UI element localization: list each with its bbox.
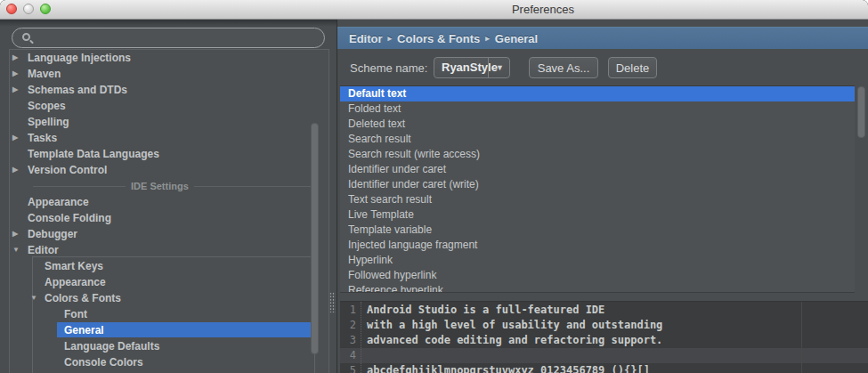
- scheme-value: RyanStyle: [442, 58, 498, 77]
- ide-settings-separator: IDE Settings: [10, 178, 329, 194]
- preview-code-text: with a high level of usability and outst…: [367, 318, 662, 333]
- sidebar-item-spelling[interactable]: Spelling: [10, 114, 329, 130]
- scheme-name-label: Scheme name:: [350, 61, 427, 75]
- expand-arrow-icon[interactable]: ▶: [12, 162, 18, 178]
- tree-item-label: Spelling: [28, 114, 69, 130]
- preview-line: 1Android Studio is a full-featured IDE: [340, 303, 868, 318]
- list-scrollbar-thumb[interactable]: [857, 86, 865, 138]
- tree-item-label: Appearance: [28, 194, 89, 210]
- list-item-text-search-result[interactable]: Text search result: [340, 192, 855, 207]
- list-item-live-template[interactable]: Live Template: [340, 207, 855, 223]
- sidebar-item-maven[interactable]: ▶Maven: [10, 66, 329, 82]
- sidebar-item-editor[interactable]: ▼Editor: [10, 242, 329, 258]
- sidebar-item-appearance[interactable]: Appearance: [10, 274, 329, 290]
- expand-arrow-icon[interactable]: ▶: [12, 226, 18, 242]
- sidebar-item-schemas-and-dtds[interactable]: ▶Schemas and DTDs: [10, 82, 329, 98]
- list-item-identifier-under-caret-write-[interactable]: Identifier under caret (write): [340, 177, 855, 192]
- window-title: Preferences: [512, 0, 574, 19]
- line-number: 3: [340, 333, 361, 348]
- tree-item-label: Colors & Fonts: [45, 290, 121, 306]
- tree-item-label: Scopes: [28, 98, 66, 114]
- preview-code-text: advanced code editing and refactoring su…: [367, 333, 662, 348]
- line-number: 1: [340, 303, 361, 318]
- collapse-arrow-icon[interactable]: ▼: [30, 290, 37, 306]
- list-item-folded-text[interactable]: Folded text: [340, 101, 855, 117]
- zoom-button[interactable]: [40, 4, 51, 14]
- tree-item-label: Appearance: [45, 274, 106, 290]
- expand-arrow-icon[interactable]: ▶: [12, 66, 18, 82]
- preferences-window: Preferences ▶Language Injections▶Maven▶S…: [0, 0, 868, 373]
- list-item-search-result-write-access-[interactable]: Search result (write access): [340, 147, 855, 162]
- search-icon: [22, 33, 30, 41]
- sidebar-item-language-injections[interactable]: ▶Language Injections: [10, 50, 329, 66]
- delete-button[interactable]: Delete: [608, 57, 657, 78]
- sidebar-item-smart-keys[interactable]: Smart Keys: [10, 258, 329, 274]
- close-button[interactable]: [6, 4, 17, 14]
- breadcrumb-separator-icon: ▸: [383, 34, 398, 43]
- expand-arrow-icon[interactable]: ▶: [12, 130, 18, 146]
- breadcrumb: Editor▸Colors & Fonts▸General: [337, 27, 868, 49]
- tree-item-label: Language Injections: [28, 50, 131, 66]
- list-item-identifier-under-caret[interactable]: Identifier under caret: [340, 162, 855, 177]
- search-input[interactable]: [12, 28, 325, 48]
- sidebar-item-version-control[interactable]: ▶Version Control: [10, 162, 329, 178]
- sidebar-item-appearance[interactable]: Appearance: [10, 194, 329, 210]
- settings-sidebar: ▶Language Injections▶Maven▶Schemas and D…: [0, 20, 337, 373]
- sidebar-item-language-defaults[interactable]: Language Defaults: [10, 338, 329, 354]
- list-item-default-text[interactable]: Default text: [340, 86, 855, 101]
- sidebar-item-tasks[interactable]: ▶Tasks: [10, 130, 329, 146]
- tree-item-label: General: [64, 322, 104, 338]
- list-item-deleted-text[interactable]: Deleted text: [340, 117, 855, 132]
- line-number: 2: [340, 318, 361, 333]
- collapse-arrow-icon[interactable]: ▼: [12, 242, 20, 258]
- list-item-injected-language-fragment[interactable]: Injected language fragment: [340, 238, 855, 253]
- main-panel: Editor▸Colors & Fonts▸General Scheme nam…: [337, 20, 868, 373]
- sidebar-item-debugger[interactable]: ▶Debugger: [10, 226, 329, 242]
- expand-arrow-icon[interactable]: ▶: [12, 50, 18, 66]
- tree-item-label: Console Colors: [64, 354, 143, 370]
- preview-line: 2with a high level of usability and outs…: [340, 318, 868, 333]
- sidebar-scrollbar-thumb[interactable]: [311, 123, 319, 354]
- list-item-reference-hyperlink[interactable]: Reference hyperlink: [340, 283, 855, 293]
- list-item-hyperlink[interactable]: Hyperlink: [340, 253, 855, 268]
- breadcrumb-separator-icon: ▸: [480, 34, 495, 43]
- expand-arrow-icon[interactable]: ▶: [12, 82, 18, 98]
- sidebar-item-scopes[interactable]: Scopes: [10, 98, 329, 114]
- attribute-list: Default textFolded textDeleted textSearc…: [340, 85, 855, 293]
- sidebar-item-font[interactable]: Font: [10, 306, 329, 322]
- scheme-combobox[interactable]: RyanStyle ▼: [434, 57, 510, 78]
- sidebar-item-template-data-languages[interactable]: Template Data Languages: [10, 146, 329, 162]
- tree-item-label: Console Folding: [28, 210, 111, 226]
- preview-line: 3advanced code editing and refactoring s…: [340, 333, 868, 348]
- section-label: IDE Settings: [126, 181, 194, 191]
- tree-item-label: Tasks: [28, 130, 57, 146]
- list-item-template-variable[interactable]: Template variable: [340, 223, 855, 238]
- sidebar-item-console-colors[interactable]: Console Colors: [10, 354, 329, 370]
- line-number: 4: [340, 348, 361, 363]
- tree-item-label: Debugger: [28, 226, 77, 242]
- breadcrumb-item-general[interactable]: General: [495, 32, 538, 45]
- list-item-followed-hyperlink[interactable]: Followed hyperlink: [340, 268, 855, 283]
- sidebar-item-console-folding[interactable]: Console Folding: [10, 210, 329, 226]
- panel-splitter-handle[interactable]: [329, 292, 336, 312]
- save-as-button[interactable]: Save As...: [529, 57, 598, 78]
- preview-code-text: Android Studio is a full-featured IDE: [367, 303, 604, 318]
- tree-item-label: Schemas and DTDs: [28, 82, 127, 98]
- tree-item-label: Font: [64, 306, 87, 322]
- tree-item-label: Version Control: [28, 162, 107, 178]
- sidebar-item-colors-fonts[interactable]: ▼Colors & Fonts: [10, 290, 329, 306]
- list-item-search-result[interactable]: Search result: [340, 132, 855, 147]
- preview-code-text: abcdefghijklmnopqrstuvwxyz 0123456789 ()…: [367, 363, 650, 373]
- tree-item-label: Maven: [28, 66, 61, 82]
- tree-item-label: Language Defaults: [64, 338, 159, 354]
- breadcrumb-item-editor[interactable]: Editor: [349, 32, 383, 45]
- breadcrumb-item-colors-fonts[interactable]: Colors & Fonts: [397, 32, 480, 45]
- combo-divider: [488, 58, 489, 77]
- minimize-button[interactable]: [23, 4, 34, 14]
- tree-item-label: Template Data Languages: [28, 146, 159, 162]
- tree-item-label: Editor: [28, 242, 59, 258]
- sidebar-item-general[interactable]: General: [10, 322, 329, 338]
- tree-item-label: Smart Keys: [45, 258, 103, 274]
- titlebar: Preferences: [0, 0, 868, 20]
- preview-editor: 1Android Studio is a full-featured IDE2w…: [340, 301, 868, 373]
